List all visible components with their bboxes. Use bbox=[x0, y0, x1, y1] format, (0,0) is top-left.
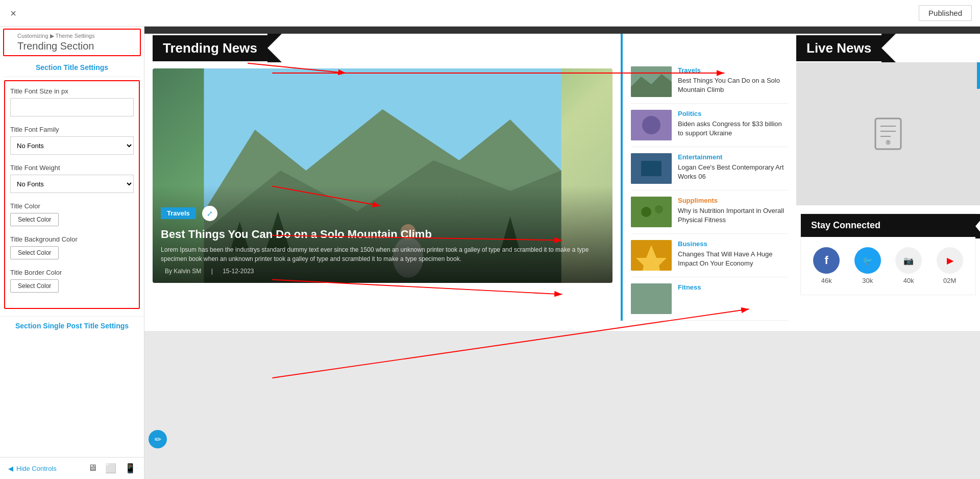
twitter-count: 30k bbox=[862, 277, 873, 284]
title-border-color-group: Title Border Color Select Color bbox=[10, 269, 134, 293]
article-category: Suppliments bbox=[678, 197, 788, 204]
trending-sidebar: Travels Best Things You Can Do on a Solo… bbox=[623, 34, 796, 321]
title-bg-color-label: Title Background Color bbox=[10, 235, 134, 243]
featured-excerpt: Lorem Ipsum has been the industrys stand… bbox=[161, 245, 604, 264]
article-info: Suppliments Why is Nutrition Important i… bbox=[678, 197, 788, 225]
featured-share-button[interactable]: ⤢ bbox=[202, 206, 217, 221]
form-section: Title Font Size in px Title Font Family … bbox=[4, 80, 140, 309]
published-badge: Published bbox=[919, 5, 972, 21]
svg-point-17 bbox=[655, 205, 663, 213]
article-headline: Changes That Will Have A Huge Impact On … bbox=[678, 250, 788, 268]
right-content: ✏ Trending News bbox=[144, 27, 980, 479]
article-headline: Why is Nutrition Important in Overall Ph… bbox=[678, 206, 788, 225]
featured-overlay: Travels ⤢ Best Things You Can Do on a So… bbox=[153, 185, 612, 283]
trending-heading-bar: Trending News bbox=[153, 35, 267, 61]
article-info: Business Changes That Will Have A Huge I… bbox=[678, 240, 788, 268]
svg-point-12 bbox=[642, 116, 660, 134]
article-thumb bbox=[631, 197, 672, 227]
font-weight-label: Title Font Weight bbox=[10, 164, 134, 172]
article-list: Travels Best Things You Can Do on a Solo… bbox=[631, 60, 788, 321]
instagram-social-item: 📷 40k bbox=[895, 247, 922, 284]
featured-image: Travels ⤢ Best Things You Can Do on a So… bbox=[153, 68, 612, 283]
stay-connected-widget: Stay Connected f 46k 🐦 30k 📷 bbox=[800, 213, 976, 295]
youtube-count: 02M bbox=[943, 277, 956, 284]
article-category: Travels bbox=[678, 66, 788, 74]
stay-connected-title: Stay Connected bbox=[811, 220, 880, 231]
title-bg-color-button[interactable]: Select Color bbox=[10, 246, 59, 259]
trending-heading: Trending News bbox=[153, 34, 612, 62]
list-item: Entertainment Logan Cee's Best Contempor… bbox=[631, 147, 788, 190]
youtube-social-item: ▶ 02M bbox=[937, 247, 963, 284]
trending-news-section: Trending News bbox=[144, 34, 796, 331]
youtube-circle[interactable]: ▶ bbox=[937, 247, 963, 274]
section-title-settings-link[interactable]: Section Title Settings bbox=[0, 58, 144, 77]
facebook-circle[interactable]: f bbox=[813, 247, 840, 274]
placeholder-icon bbox=[873, 116, 903, 152]
stay-connected-header: Stay Connected bbox=[801, 214, 975, 237]
font-weight-select[interactable]: No Fonts bbox=[10, 175, 134, 193]
twitter-circle[interactable]: 🐦 bbox=[854, 247, 881, 274]
breadcrumb: Customizing ▶ Theme Settings bbox=[7, 33, 94, 39]
device-icons: 🖥 ⬜ 📱 bbox=[88, 463, 136, 474]
featured-author: By Kalvin SM bbox=[165, 268, 201, 275]
font-family-label: Title Font Family bbox=[10, 126, 134, 133]
svg-rect-20 bbox=[631, 283, 672, 314]
live-news-placeholder bbox=[796, 62, 980, 205]
list-item: Fitness bbox=[631, 277, 788, 321]
article-thumb bbox=[631, 110, 672, 140]
tablet-icon[interactable]: ⬜ bbox=[105, 463, 116, 474]
live-news-heading-bar: Live News bbox=[796, 35, 881, 61]
font-weight-group: Title Font Weight No Fonts bbox=[10, 164, 134, 193]
title-bg-color-group: Title Background Color Select Color bbox=[10, 235, 134, 259]
close-icon: × bbox=[10, 8, 16, 19]
panel-bottom: ◀ Hide Controls 🖥 ⬜ 📱 bbox=[0, 457, 144, 479]
article-info: Fitness bbox=[678, 283, 788, 293]
article-category: Business bbox=[678, 240, 788, 248]
list-item: Business Changes That Will Have A Huge I… bbox=[631, 234, 788, 277]
article-thumb bbox=[631, 240, 672, 271]
article-category: Entertainment bbox=[678, 153, 788, 161]
article-headline: Biden asks Congress for $33 billion to s… bbox=[678, 119, 788, 138]
live-news-heading: Live News bbox=[796, 34, 980, 62]
top-bar: × Published bbox=[0, 0, 980, 27]
article-category: Politics bbox=[678, 110, 788, 117]
list-item: Politics Biden asks Congress for $33 bil… bbox=[631, 104, 788, 147]
right-sidebar: Live News bbox=[796, 34, 980, 331]
panel-header-box: ‹ Customizing ▶ Theme Settings Trending … bbox=[3, 29, 141, 56]
hide-controls-button[interactable]: ◀ Hide Controls bbox=[8, 465, 57, 472]
title-border-color-label: Title Border Color bbox=[10, 269, 134, 276]
desktop-icon[interactable]: 🖥 bbox=[88, 463, 97, 474]
title-color-group: Title Color Select Color bbox=[10, 202, 134, 226]
featured-meta: By Kalvin SM | 15-12-2023 bbox=[161, 268, 604, 275]
font-family-group: Title Font Family No Fonts bbox=[10, 126, 134, 155]
featured-category-badge: Travels bbox=[161, 207, 196, 219]
font-family-select[interactable]: No Fonts bbox=[10, 136, 134, 155]
blue-edge-bar bbox=[977, 62, 980, 89]
font-size-group: Title Font Size in px bbox=[10, 87, 134, 116]
top-preview-bar bbox=[144, 27, 980, 34]
font-size-input[interactable] bbox=[10, 98, 134, 116]
list-item: Travels Best Things You Can Do on a Solo… bbox=[631, 60, 788, 104]
list-item: Suppliments Why is Nutrition Important i… bbox=[631, 190, 788, 234]
main-layout: ‹ Customizing ▶ Theme Settings Trending … bbox=[0, 27, 980, 479]
social-grid: f 46k 🐦 30k 📷 40k ▶ bbox=[801, 237, 975, 295]
article-thumb bbox=[631, 153, 672, 184]
article-info: Politics Biden asks Congress for $33 bil… bbox=[678, 110, 788, 138]
title-border-color-button[interactable]: Select Color bbox=[10, 279, 59, 293]
facebook-social-item: f 46k bbox=[813, 247, 840, 284]
trending-main: Trending News bbox=[144, 34, 621, 321]
twitter-social-item: 🐦 30k bbox=[854, 247, 881, 284]
article-info: Entertainment Logan Cee's Best Contempor… bbox=[678, 153, 788, 181]
facebook-count: 46k bbox=[821, 277, 832, 284]
mobile-icon[interactable]: 📱 bbox=[125, 463, 136, 474]
trending-heading-triangle bbox=[267, 34, 282, 62]
live-news-heading-triangle bbox=[881, 34, 896, 62]
instagram-circle[interactable]: 📷 bbox=[895, 247, 922, 274]
hide-controls-label: Hide Controls bbox=[16, 465, 57, 472]
panel-title: Trending Section bbox=[7, 40, 94, 52]
close-button[interactable]: × bbox=[0, 0, 27, 27]
section-single-post-title-link[interactable]: Section Single Post Title Settings bbox=[0, 316, 144, 335]
title-color-button[interactable]: Select Color bbox=[10, 213, 59, 226]
featured-date: 15-12-2023 bbox=[223, 268, 254, 275]
edit-pencil-button[interactable]: ✏ bbox=[149, 430, 167, 448]
